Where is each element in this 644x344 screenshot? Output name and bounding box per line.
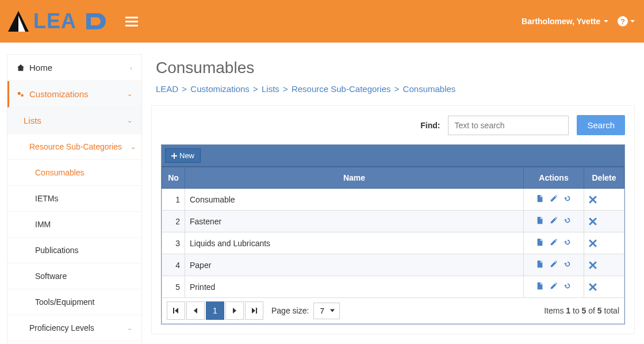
lead-logo-text-icon: LEA xyxy=(33,9,114,34)
sidebar-item-label: Consumables xyxy=(35,168,85,177)
undo-icon xyxy=(564,260,572,268)
new-button[interactable]: New xyxy=(165,148,201,163)
view-action[interactable] xyxy=(536,194,544,202)
sidebar-item-resource-sub-categories[interactable]: Resource Sub-Categories ⌄ xyxy=(7,134,141,160)
cell-name: Liquids and Lubricants xyxy=(185,232,524,254)
delete-button[interactable] xyxy=(589,239,619,247)
history-action[interactable] xyxy=(564,216,572,224)
sidebar-item-label: Tools/Equipment xyxy=(35,297,95,307)
delete-button[interactable] xyxy=(589,261,619,269)
sidebar-item-label: Lists xyxy=(24,116,41,125)
col-header-no[interactable]: No xyxy=(162,167,185,189)
edit-action[interactable] xyxy=(550,282,558,290)
search-button[interactable]: Search xyxy=(577,115,625,135)
breadcrumb-item[interactable]: Resource Sub-Categories xyxy=(292,84,391,94)
view-action[interactable] xyxy=(536,282,544,290)
breadcrumb-item[interactable]: Consumables xyxy=(403,84,456,94)
cell-delete xyxy=(584,254,624,276)
edit-icon xyxy=(550,282,558,290)
sidebar-item-task-analysis-content[interactable]: Task Analysis Content ⌄ xyxy=(7,341,141,344)
data-grid: New No Name Actions Delete 1Consumable2F… xyxy=(161,144,625,324)
delete-button[interactable] xyxy=(589,217,619,225)
view-action[interactable] xyxy=(536,238,544,246)
cell-actions xyxy=(524,254,584,276)
user-menu[interactable]: Bartholomew, Yvette xyxy=(522,17,618,26)
view-action[interactable] xyxy=(536,260,544,268)
table-row: 4Paper xyxy=(162,254,624,276)
breadcrumb-item[interactable]: Lists xyxy=(262,84,279,94)
pager-page-button[interactable]: 1 xyxy=(206,301,224,320)
sidebar-item-consumables[interactable]: Consumables xyxy=(7,160,141,186)
sidebar-item-proficiency-levels[interactable]: Proficiency Levels ⌄ xyxy=(7,315,141,341)
sidebar-item-publications[interactable]: Publications xyxy=(7,238,141,263)
sidebar-item-tools-equipment[interactable]: Tools/Equipment xyxy=(7,289,141,315)
sidebar-item-imm[interactable]: IMM xyxy=(7,212,141,238)
sidebar-item-lists[interactable]: Lists ⌄ xyxy=(7,108,141,134)
pager-info: Items 1 to 5 of 5 total xyxy=(544,306,619,315)
find-label: Find: xyxy=(420,121,440,130)
history-action[interactable] xyxy=(564,282,572,290)
edit-action[interactable] xyxy=(550,238,558,246)
page-size-select[interactable]: 7 xyxy=(313,303,340,319)
prev-icon xyxy=(193,308,198,314)
first-icon xyxy=(173,308,179,314)
help-menu[interactable]: ? xyxy=(618,16,635,26)
pager-last-button[interactable] xyxy=(245,301,263,320)
delete-button[interactable] xyxy=(589,196,619,204)
cell-name: Printed xyxy=(185,276,524,298)
col-header-name[interactable]: Name xyxy=(185,167,524,189)
main-content: Consumables LEAD > Customizations > List… xyxy=(151,54,644,344)
close-icon xyxy=(589,283,597,291)
sidebar-item-label: Home xyxy=(29,63,52,72)
edit-action[interactable] xyxy=(550,216,558,224)
pager-prev-button[interactable] xyxy=(186,301,205,320)
history-action[interactable] xyxy=(564,238,572,246)
menu-toggle-icon[interactable] xyxy=(120,14,144,29)
sidebar-item-label: Proficiency Levels xyxy=(29,323,94,332)
cell-no: 2 xyxy=(162,211,185,232)
pager-first-button[interactable] xyxy=(167,301,185,320)
undo-icon xyxy=(564,282,572,290)
chevron-left-icon: ‹ xyxy=(130,64,132,71)
sidebar-item-customizations[interactable]: Customizations ⌄ xyxy=(7,81,141,108)
sidebar-item-label: Resource Sub-Categories xyxy=(29,142,122,151)
sidebar-item-label: IMM xyxy=(35,220,51,229)
search-input[interactable] xyxy=(448,116,569,135)
breadcrumb-item[interactable]: Customizations xyxy=(190,84,250,94)
delete-button[interactable] xyxy=(589,283,619,291)
sidebar-item-label: Publications xyxy=(35,246,79,255)
table-row: 3Liquids and Lubricants xyxy=(162,232,624,254)
help-icon: ? xyxy=(618,16,628,26)
file-icon xyxy=(536,238,544,246)
pager: 1 Page size: 7 Items 1 to 5 of 5 total xyxy=(162,298,624,324)
page-size-select-input[interactable]: 7 xyxy=(313,303,340,319)
sidebar-item-software[interactable]: Software xyxy=(7,263,141,289)
grid-toolbar: New xyxy=(162,145,624,167)
page-size-label: Page size: xyxy=(271,306,309,315)
file-icon xyxy=(536,260,544,268)
sidebar-item-home[interactable]: Home ‹ xyxy=(7,55,141,81)
pager-next-button[interactable] xyxy=(225,301,244,320)
file-icon xyxy=(536,194,544,202)
cell-delete xyxy=(584,189,624,211)
edit-icon xyxy=(550,194,558,202)
logo[interactable]: LEA xyxy=(0,9,120,34)
app-header: LEA Bartholomew, Yvette ? xyxy=(0,0,644,43)
grid-table: No Name Actions Delete 1Consumable2Faste… xyxy=(162,167,624,298)
page-title: Consumables xyxy=(156,59,635,77)
sidebar-item-ietms[interactable]: IETMs xyxy=(7,186,141,212)
view-action[interactable] xyxy=(536,216,544,224)
home-icon xyxy=(17,64,25,72)
chevron-down-icon: ⌄ xyxy=(127,90,132,98)
history-action[interactable] xyxy=(564,260,572,268)
sidebar-item-label: Customizations xyxy=(29,89,89,99)
edit-action[interactable] xyxy=(550,260,558,268)
triangle-logo-icon xyxy=(6,9,31,34)
edit-action[interactable] xyxy=(550,194,558,202)
cell-delete xyxy=(584,276,624,298)
file-icon xyxy=(536,282,544,290)
search-bar: Find: Search xyxy=(161,115,625,135)
history-action[interactable] xyxy=(564,194,572,202)
sidebar-item-label: IETMs xyxy=(35,194,58,203)
breadcrumb-item[interactable]: LEAD xyxy=(156,84,178,94)
